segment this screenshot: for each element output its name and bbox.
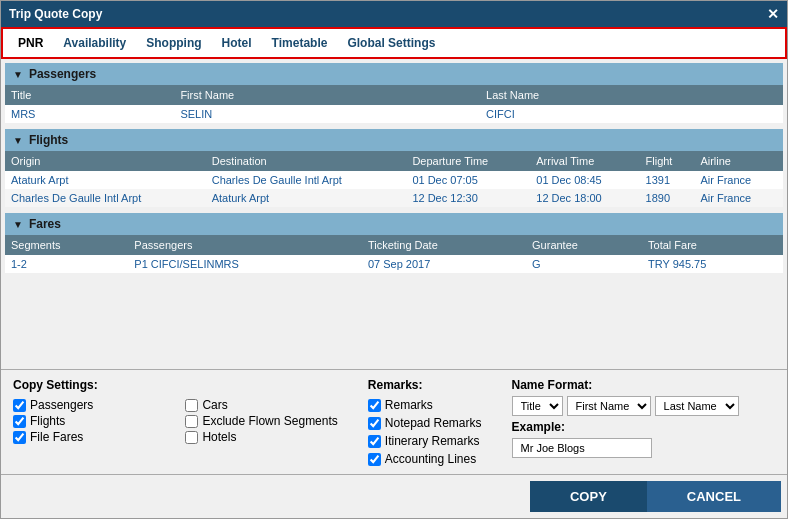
checkbox-exclude-flown-input[interactable] bbox=[185, 415, 198, 428]
checkbox-file-fares-label: File Fares bbox=[30, 430, 83, 444]
checkbox-exclude-flown: Exclude Flown Segments bbox=[185, 414, 337, 428]
flight-dep-time: 01 Dec 07:05 bbox=[406, 171, 530, 189]
flights-section-header: ▼ Flights bbox=[5, 129, 783, 151]
checkbox-cars: Cars bbox=[185, 398, 337, 412]
fare-total: TRY 945.75 bbox=[642, 255, 783, 273]
flights-arrow: ▼ bbox=[13, 135, 23, 146]
checkbox-hotels-input[interactable] bbox=[185, 431, 198, 444]
copy-settings-label: Copy Settings: bbox=[13, 378, 338, 392]
table-row: Charles De Gaulle Intl Arpt Ataturk Arpt… bbox=[5, 189, 783, 207]
flight-dep-time: 12 Dec 12:30 bbox=[406, 189, 530, 207]
settings-panel: Copy Settings: Passengers Cars Flight bbox=[1, 369, 787, 474]
footer-buttons: COPY CANCEL bbox=[1, 474, 787, 518]
copy-button[interactable]: COPY bbox=[530, 481, 647, 512]
checkbox-exclude-flown-label: Exclude Flown Segments bbox=[202, 414, 337, 428]
fares-arrow: ▼ bbox=[13, 219, 23, 230]
fare-segments: 1-2 bbox=[5, 255, 128, 273]
passenger-last-name: CIFCI bbox=[480, 105, 783, 123]
flights-table: Origin Destination Departure Time Arriva… bbox=[5, 151, 783, 207]
name-format-selects: Title First Name Last Name bbox=[512, 396, 739, 416]
first-name-select[interactable]: First Name bbox=[567, 396, 651, 416]
passengers-section-header: ▼ Passengers bbox=[5, 63, 783, 85]
fare-guarantee: G bbox=[526, 255, 642, 273]
name-format-label: Name Format: bbox=[512, 378, 739, 392]
col-total-fare: Total Fare bbox=[642, 235, 783, 255]
fares-title: Fares bbox=[29, 217, 61, 231]
example-label: Example: bbox=[512, 420, 739, 434]
checkbox-accounting: Accounting Lines bbox=[368, 452, 482, 466]
remarks-label: Remarks: bbox=[368, 378, 482, 392]
passenger-title: MRS bbox=[5, 105, 174, 123]
main-content: ▼ Passengers Title First Name Last Name … bbox=[1, 59, 787, 518]
title-bar: Trip Quote Copy ✕ bbox=[1, 1, 787, 27]
title-select[interactable]: Title bbox=[512, 396, 563, 416]
fare-passengers: P1 CIFCI/SELINMRS bbox=[128, 255, 362, 273]
checkbox-itinerary-input[interactable] bbox=[368, 435, 381, 448]
flight-destination: Charles De Gaulle Intl Arpt bbox=[206, 171, 407, 189]
fares-table: Segments Passengers Ticketing Date Guran… bbox=[5, 235, 783, 273]
checkbox-notepad-input[interactable] bbox=[368, 417, 381, 430]
close-button[interactable]: ✕ bbox=[767, 6, 779, 22]
passengers-table: Title First Name Last Name MRS SELIN CIF… bbox=[5, 85, 783, 123]
col-destination: Destination bbox=[206, 151, 407, 171]
checkbox-accounting-input[interactable] bbox=[368, 453, 381, 466]
flight-number: 1391 bbox=[640, 171, 695, 189]
flight-arr-time: 01 Dec 08:45 bbox=[530, 171, 639, 189]
col-title: Title bbox=[5, 85, 174, 105]
checkbox-remarks-label: Remarks bbox=[385, 398, 433, 412]
col-origin: Origin bbox=[5, 151, 206, 171]
tab-timetable[interactable]: Timetable bbox=[262, 32, 338, 54]
checkbox-itinerary: Itinerary Remarks bbox=[368, 434, 482, 448]
tab-availability[interactable]: Availability bbox=[53, 32, 136, 54]
fares-section-header: ▼ Fares bbox=[5, 213, 783, 235]
checkbox-file-fares: File Fares bbox=[13, 430, 165, 444]
cancel-button[interactable]: CANCEL bbox=[647, 481, 781, 512]
checkbox-cars-label: Cars bbox=[202, 398, 227, 412]
flight-airline: Air France bbox=[694, 189, 783, 207]
copy-settings-options: Passengers Cars Flights Exclude Flo bbox=[13, 398, 338, 444]
checkbox-passengers-label: Passengers bbox=[30, 398, 93, 412]
checkbox-remarks-input[interactable] bbox=[368, 399, 381, 412]
table-row: 1-2 P1 CIFCI/SELINMRS 07 Sep 2017 G TRY … bbox=[5, 255, 783, 273]
flight-destination: Ataturk Arpt bbox=[206, 189, 407, 207]
fare-ticketing-date: 07 Sep 2017 bbox=[362, 255, 526, 273]
checkbox-notepad-label: Notepad Remarks bbox=[385, 416, 482, 430]
flight-airline: Air France bbox=[694, 171, 783, 189]
table-row: Ataturk Arpt Charles De Gaulle Intl Arpt… bbox=[5, 171, 783, 189]
example-value: Mr Joe Blogs bbox=[512, 438, 652, 458]
col-guarantee: Gurantee bbox=[526, 235, 642, 255]
tab-pnr[interactable]: PNR bbox=[8, 32, 53, 54]
col-dep-time: Departure Time bbox=[406, 151, 530, 171]
passenger-first-name: SELIN bbox=[174, 105, 480, 123]
col-segments: Segments bbox=[5, 235, 128, 255]
flight-origin: Ataturk Arpt bbox=[5, 171, 206, 189]
checkbox-passengers-input[interactable] bbox=[13, 399, 26, 412]
flight-number: 1890 bbox=[640, 189, 695, 207]
checkbox-flights-input[interactable] bbox=[13, 415, 26, 428]
tab-global-settings[interactable]: Global Settings bbox=[337, 32, 445, 54]
checkbox-accounting-label: Accounting Lines bbox=[385, 452, 476, 466]
col-flight: Flight bbox=[640, 151, 695, 171]
tab-shopping[interactable]: Shopping bbox=[136, 32, 211, 54]
copy-settings-col: Copy Settings: Passengers Cars Flight bbox=[13, 378, 338, 444]
col-last-name: Last Name bbox=[480, 85, 783, 105]
checkbox-cars-input[interactable] bbox=[185, 399, 198, 412]
checkbox-notepad: Notepad Remarks bbox=[368, 416, 482, 430]
checkbox-flights-label: Flights bbox=[30, 414, 65, 428]
col-passengers: Passengers bbox=[128, 235, 362, 255]
name-format-col: Name Format: Title First Name Last Name … bbox=[512, 378, 739, 458]
checkbox-file-fares-input[interactable] bbox=[13, 431, 26, 444]
last-name-select[interactable]: Last Name bbox=[655, 396, 739, 416]
col-airline: Airline bbox=[694, 151, 783, 171]
scrollable-area[interactable]: ▼ Passengers Title First Name Last Name … bbox=[1, 59, 787, 369]
dialog: Trip Quote Copy ✕ PNR Availability Shopp… bbox=[0, 0, 788, 519]
dialog-title: Trip Quote Copy bbox=[9, 7, 102, 21]
flights-title: Flights bbox=[29, 133, 68, 147]
tab-hotel[interactable]: Hotel bbox=[212, 32, 262, 54]
col-arr-time: Arrival Time bbox=[530, 151, 639, 171]
checkbox-hotels-label: Hotels bbox=[202, 430, 236, 444]
passengers-title: Passengers bbox=[29, 67, 96, 81]
col-ticketing-date: Ticketing Date bbox=[362, 235, 526, 255]
checkbox-passengers: Passengers bbox=[13, 398, 165, 412]
table-row: MRS SELIN CIFCI bbox=[5, 105, 783, 123]
